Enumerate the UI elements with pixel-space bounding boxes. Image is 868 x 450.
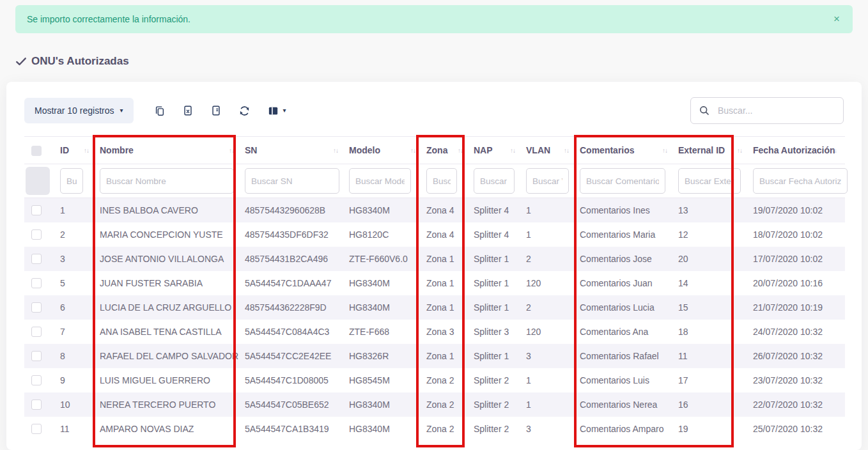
- sort-icon[interactable]: ↑↓: [662, 147, 667, 154]
- cell-fecha: 25/07/2020 10:32: [750, 417, 845, 441]
- cell-vlan: 3: [523, 344, 577, 368]
- sort-icon[interactable]: ↑↓: [458, 147, 463, 154]
- select-all-checkbox[interactable]: [31, 146, 42, 156]
- row-checkbox[interactable]: [31, 229, 42, 240]
- cell-modelo: HG8340M: [346, 295, 424, 320]
- export-file-button[interactable]: [210, 105, 222, 116]
- cell-fecha: 22/07/2020 10:32: [750, 392, 845, 417]
- cell-comentarios: Comentarios Rafael: [577, 344, 676, 368]
- table-row: 2MARIA CONCEPCION YUSTE485754435DF6DF32H…: [24, 222, 845, 247]
- cell-comentarios: Comentarios Amparo: [577, 417, 676, 441]
- sort-icon[interactable]: ↑↓: [410, 147, 415, 154]
- table-row: 9LUIS MIGUEL GUERRERO5A544547C1D08005HG8…: [24, 368, 845, 392]
- length-menu-label: Mostrar 10 registros: [35, 105, 114, 116]
- column-label: Modelo: [349, 145, 380, 155]
- search-input[interactable]: [690, 97, 844, 124]
- filter-id-input[interactable]: [60, 168, 83, 194]
- export-excel-button[interactable]: [182, 105, 194, 116]
- column-label: Nombre: [100, 145, 134, 155]
- row-checkbox-cell: [24, 320, 58, 344]
- filter-fecha-input[interactable]: [753, 168, 848, 194]
- column-header-id[interactable]: ID↑↓: [58, 137, 97, 164]
- sort-icon[interactable]: ↑↓: [832, 147, 837, 154]
- cell-id: 3: [58, 247, 97, 271]
- filter-zona-input[interactable]: [426, 168, 457, 194]
- row-checkbox[interactable]: [31, 375, 42, 385]
- cell-fecha: 21/07/2020 10:19: [750, 295, 845, 320]
- filter-cell-external_id: [676, 164, 750, 198]
- row-checkbox[interactable]: [31, 254, 42, 264]
- filter-cell-sn: [242, 164, 346, 198]
- column-header-nap[interactable]: NAP↑↓: [471, 137, 523, 164]
- sort-icon[interactable]: ↑↓: [229, 147, 234, 154]
- file-text-icon: [210, 105, 222, 116]
- cell-external_id: 13: [676, 198, 750, 222]
- cell-modelo: HG8340M: [346, 417, 424, 441]
- filter-cell-nap: [471, 164, 523, 198]
- row-checkbox[interactable]: [31, 327, 42, 337]
- row-checkbox[interactable]: [31, 278, 42, 288]
- filter-modelo-input[interactable]: [349, 168, 411, 194]
- filter-vlan-input[interactable]: [526, 168, 569, 194]
- copy-button[interactable]: [154, 105, 166, 116]
- filter-sn-input[interactable]: [245, 168, 339, 194]
- row-checkbox[interactable]: [31, 400, 42, 410]
- column-header-vlan[interactable]: VLAN↑↓: [523, 137, 577, 164]
- column-label: Zona: [426, 145, 447, 155]
- cell-external_id: 15: [676, 295, 750, 320]
- filter-nap-input[interactable]: [474, 168, 515, 194]
- table-row: 3JOSE ANTONIO VILLALONGA485754431B2CA496…: [24, 247, 845, 271]
- cell-fecha: 17/07/2020 10:02: [750, 247, 845, 271]
- sort-icon[interactable]: ↑↓: [737, 147, 742, 154]
- sort-icon[interactable]: ↑↓: [564, 147, 569, 154]
- cell-id: 2: [58, 222, 97, 247]
- cell-zona: Zona 1: [424, 344, 471, 368]
- column-header-zona[interactable]: Zona↑↓: [424, 137, 471, 164]
- alert-close-button[interactable]: ×: [833, 13, 840, 26]
- cell-modelo: ZTE-F660V6.0: [346, 247, 424, 271]
- column-header-fecha[interactable]: Fecha Autorización↑↓: [750, 137, 845, 164]
- cell-modelo: HG8120C: [346, 222, 424, 247]
- column-header-modelo[interactable]: Modelo↑↓: [346, 137, 424, 164]
- reload-button[interactable]: [238, 105, 251, 117]
- filter-nombre-input[interactable]: [100, 168, 234, 194]
- cell-id: 5: [58, 271, 97, 295]
- cell-vlan: 120: [523, 271, 577, 295]
- filter-cell-zona: [424, 164, 471, 198]
- length-menu-button[interactable]: Mostrar 10 registros ▾: [24, 98, 134, 123]
- table-row: 6LUCIA DE LA CRUZ ARGUELLO4857544362228F…: [24, 295, 845, 320]
- row-checkbox-cell: [24, 247, 58, 271]
- cell-comentarios: Comentarios Maria: [577, 222, 676, 247]
- cell-zona: Zona 1: [424, 247, 471, 271]
- cell-nombre: JOSE ANTONIO VILLALONGA: [97, 247, 242, 271]
- column-header-sn[interactable]: SN↑↓: [242, 137, 346, 164]
- column-header-comentarios[interactable]: Comentarios↑↓: [577, 137, 676, 164]
- filter-cell-nombre: [97, 164, 242, 198]
- row-checkbox[interactable]: [31, 205, 42, 215]
- filter-blank-cell: [24, 164, 58, 198]
- cell-id: 6: [58, 295, 97, 320]
- sort-icon[interactable]: ↑↓: [84, 147, 89, 154]
- filter-cell-comentarios: [577, 164, 676, 198]
- column-header-nombre[interactable]: Nombre↑↓: [97, 137, 242, 164]
- row-checkbox[interactable]: [31, 424, 42, 434]
- column-visibility-button[interactable]: ▾: [267, 105, 286, 117]
- copy-icon: [154, 105, 166, 116]
- cell-sn: 5A544547CC2E42EE: [242, 344, 346, 368]
- sort-icon[interactable]: ↑↓: [510, 147, 515, 154]
- cell-zona: Zona 2: [424, 417, 471, 441]
- row-checkbox[interactable]: [31, 351, 42, 361]
- row-checkbox[interactable]: [31, 302, 42, 313]
- cell-sn: 485754435DF6DF32: [242, 222, 346, 247]
- cell-zona: Zona 1: [424, 271, 471, 295]
- column-header-external_id[interactable]: External ID↑↓: [676, 137, 750, 164]
- filter-comentarios-input[interactable]: [580, 168, 665, 194]
- cell-external_id: 16: [676, 392, 750, 417]
- cell-id: 8: [58, 344, 97, 368]
- filter-external_id-input[interactable]: [678, 168, 741, 194]
- sort-icon[interactable]: ↑↓: [333, 147, 338, 154]
- search-box: [690, 97, 844, 124]
- cell-nombre: NEREA TERCERO PUERTO: [97, 392, 242, 417]
- cell-nap: Splitter 1: [471, 271, 523, 295]
- cell-nap: Splitter 2: [471, 392, 523, 417]
